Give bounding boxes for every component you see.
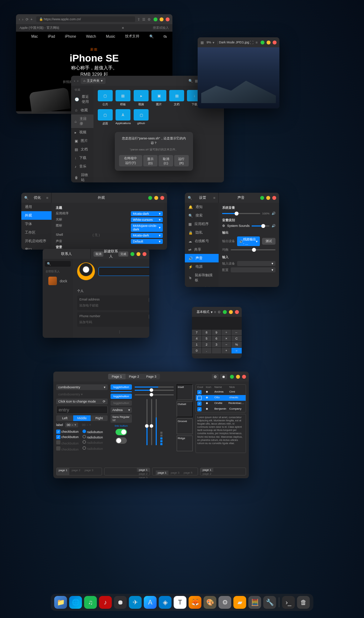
search-icon[interactable]: 🔍	[24, 196, 28, 200]
calc-key-3[interactable]: 3	[212, 342, 221, 347]
horizontal-scale[interactable]	[135, 390, 174, 391]
balance-slider[interactable]	[231, 249, 275, 250]
calc-key-back[interactable]: ←	[231, 330, 242, 335]
folder-item[interactable]: ▢公共	[98, 90, 113, 106]
hamburger-icon[interactable]: ≡	[213, 196, 215, 200]
contact-item[interactable]: dock	[45, 275, 71, 287]
dock-sublime-icon[interactable]: ▰	[234, 596, 246, 609]
calc-key-add[interactable]: +	[221, 348, 231, 353]
gear-icon[interactable]: ⚙	[212, 374, 219, 379]
sidebar-item-fav[interactable]: ☆收藏	[71, 106, 93, 114]
entry-input[interactable]	[56, 406, 108, 414]
select-app-theme[interactable]: Mcata-dark▾	[131, 211, 163, 216]
horizontal-scale[interactable]	[135, 394, 174, 395]
back-icon[interactable]: ‹	[19, 17, 20, 21]
fwd-icon[interactable]: ›	[77, 79, 78, 83]
calc-key-eq[interactable]: =	[231, 348, 242, 353]
select-icons[interactable]: McMojave-circle-dark▾	[131, 223, 163, 232]
settings-sound[interactable]: 🔊声音	[185, 254, 219, 262]
dock-obs-icon[interactable]: ⏺	[114, 596, 127, 609]
folder-item[interactable]: ▢github	[134, 109, 149, 126]
reload-icon[interactable]: ⟳	[26, 17, 28, 21]
phone-type-select[interactable]: 手机 ▾	[149, 314, 149, 319]
tab-page3[interactable]: Page 3	[143, 374, 160, 379]
avatar[interactable]	[77, 262, 95, 280]
combo-andrea[interactable]: Andrea▾	[111, 407, 132, 413]
settings-notifications[interactable]: 🔔通知	[185, 203, 219, 211]
tab-close-icon[interactable]: ✕	[122, 26, 124, 30]
notebook[interactable]: page 1page 2page 3	[56, 468, 102, 475]
nav-music[interactable]: Music	[106, 34, 115, 38]
tweaks-side-appearance[interactable]: 外观	[21, 211, 52, 220]
tweaks-side-startup[interactable]: 开机启动程序	[21, 237, 52, 245]
gear-icon[interactable]: ⚙	[148, 17, 151, 21]
folder-item[interactable]: ▸视频	[134, 90, 149, 106]
tweaks-side-fonts[interactable]: 字体	[21, 220, 52, 228]
search-icon[interactable]: 🔍	[188, 79, 193, 83]
dock-vscode-icon[interactable]: ◈	[159, 596, 172, 609]
test-button[interactable]: 测试	[262, 238, 275, 245]
calc-key-mul[interactable]: ×	[221, 336, 231, 341]
dock-terminal-icon[interactable]: ›_	[282, 596, 295, 609]
output-device-select[interactable]: 🔊 线路输出 - …▾	[237, 236, 260, 246]
settings-apps[interactable]: ▦应用程序	[185, 220, 219, 228]
dock-firefox-icon[interactable]: 🦊	[189, 596, 202, 609]
dlg-terminal-button[interactable]: 在终端中运行(T)	[119, 155, 142, 166]
combo-entry[interactable]: comboboxentry▾	[56, 384, 108, 390]
mute-icon[interactable]: 🔊	[272, 224, 275, 228]
font-button[interactable]: Sans Regular 12	[111, 414, 132, 423]
settings-privacy[interactable]: 🔒隐私	[185, 228, 219, 237]
share-icon[interactable]: ⇪	[137, 17, 140, 21]
gear-icon[interactable]: ⚙	[218, 310, 221, 314]
chevron-down-icon[interactable]: ▾	[213, 41, 214, 44]
sidebar-item-video[interactable]: ▸视频	[71, 128, 93, 137]
mute-icon[interactable]: 🔊	[272, 212, 275, 215]
tab-page2[interactable]: Page 2	[125, 374, 143, 379]
name-input[interactable]	[98, 267, 149, 276]
path-button[interactable]: ⌂主文件夹▾	[81, 78, 106, 84]
folder-item[interactable]: AApplications	[116, 109, 131, 126]
add-tab-icon[interactable]: +	[31, 17, 33, 21]
switch-on[interactable]	[116, 429, 127, 435]
calc-key-div[interactable]: ÷	[221, 330, 231, 335]
dock-netease-icon[interactable]: ♪	[99, 596, 112, 609]
select-cursor[interactable]: White-cursors▾	[131, 217, 163, 222]
hamburger-icon[interactable]: ≡	[46, 196, 48, 200]
spin-button[interactable]: 00−+	[65, 422, 78, 427]
settings-sharing[interactable]: ⇄共享	[185, 245, 219, 254]
switch-off[interactable]	[116, 437, 127, 444]
dock-spotify-icon[interactable]: ♫	[84, 596, 97, 609]
notebook[interactable]: page 1page 3page 5	[152, 468, 198, 475]
calc-key-8[interactable]: 8	[202, 330, 212, 335]
props-icon[interactable]: ▦	[200, 41, 204, 44]
click-mode-entry[interactable]: Click icon to change mode⟳	[56, 399, 108, 404]
folder-item[interactable]: ▢桌面	[98, 109, 113, 126]
search-icon[interactable]: 🔍	[149, 34, 154, 38]
text-view[interactable]: Lorem ipsum dolor sit amet, consectetur …	[196, 414, 246, 453]
settings-power[interactable]: ⚡电源	[185, 262, 219, 271]
dock-files-icon[interactable]: 📁	[54, 596, 67, 609]
mode-label[interactable]: 基本模式	[195, 310, 211, 314]
settings-kbd[interactable]: ⌨键盘快捷键	[185, 284, 219, 287]
search-icon[interactable]: 🔍	[188, 196, 192, 200]
nav-support[interactable]: 技术支持	[125, 34, 139, 39]
sidebar-item-recent[interactable]: 🕘最近使用	[71, 92, 93, 106]
dock-settings-icon[interactable]: ⚙	[219, 596, 231, 609]
expand-icon[interactable]: ⛶	[250, 41, 253, 44]
vertical-scale[interactable]	[156, 399, 157, 445]
dock-typora-icon[interactable]: T	[174, 596, 187, 609]
dock-gimp-icon[interactable]: 🎨	[204, 596, 216, 609]
dock-calc-icon[interactable]: 🧮	[248, 596, 261, 609]
level-slider[interactable]	[252, 225, 269, 227]
calc-key-sub[interactable]: −	[221, 342, 231, 347]
dlg-run-button[interactable]: 运行(R)	[174, 155, 189, 166]
tree-table[interactable]: CoolIconNameNick ✓◆AndreaCimi ◆Ottochaot…	[196, 384, 246, 412]
sidebar-item-dl[interactable]: ↓下载	[71, 154, 93, 162]
email-type-select[interactable]: 个人 ▾	[149, 298, 149, 302]
checkbutton-row[interactable]: ✓ checkbutton	[56, 430, 81, 434]
sidebar-item-home[interactable]: ⌂主目录	[71, 114, 93, 128]
tweaks-side-workspace[interactable]: 工作区	[21, 228, 52, 237]
calc-key-4[interactable]: 4	[192, 336, 202, 341]
dlg-cancel-button[interactable]: 取消(C)	[159, 155, 173, 166]
folder-item[interactable]: ▣图片	[151, 90, 166, 106]
